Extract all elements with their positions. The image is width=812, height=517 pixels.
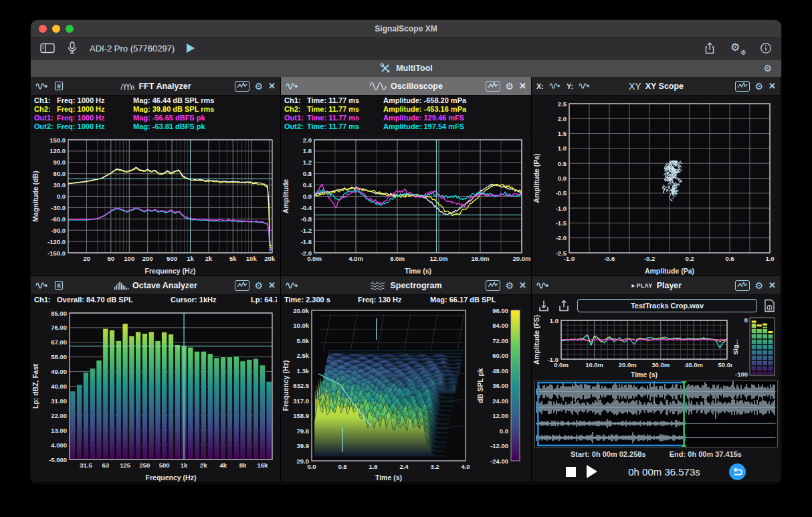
capture-data-icon[interactable] bbox=[54, 81, 64, 91]
start-measurement-button[interactable] bbox=[187, 43, 195, 53]
plot-window-button[interactable] bbox=[235, 280, 249, 291]
spectrogram-panel: Spectrogram ⚙ ✕ Time: 2.300 sFreq: 130 H… bbox=[281, 276, 532, 483]
svg-text:Time (s): Time (s) bbox=[375, 474, 402, 482]
svg-text:1.2: 1.2 bbox=[303, 159, 312, 166]
svg-text:Amplitude (FS): Amplitude (FS) bbox=[532, 315, 540, 365]
loaded-file-name[interactable]: TestTracks Crop.wav bbox=[577, 299, 757, 312]
multitool-settings-gear-icon[interactable]: ⚙ bbox=[763, 64, 772, 73]
plot-window-button[interactable] bbox=[486, 280, 500, 291]
svg-text:2.4: 2.4 bbox=[399, 463, 409, 470]
svg-text:22.00: 22.00 bbox=[51, 412, 67, 419]
panel-settings-gear-icon[interactable]: ⚙ bbox=[506, 281, 514, 290]
spectrogram-plot[interactable]: 20.0k10.0k5.0k2.5k1.3k632.5317.0158.979.… bbox=[281, 306, 531, 482]
loop-button[interactable] bbox=[728, 463, 746, 481]
input-signal-icon[interactable] bbox=[35, 281, 49, 290]
svg-text:10.0k: 10.0k bbox=[293, 322, 309, 329]
svg-text:4.000: 4.000 bbox=[51, 441, 67, 449]
share-icon[interactable] bbox=[704, 41, 716, 55]
svg-text:50: 50 bbox=[107, 255, 114, 262]
svg-text:20.0k: 20.0k bbox=[293, 307, 309, 314]
svg-text:2k: 2k bbox=[200, 461, 207, 469]
fft-analyzer-panel: FFT Analyzer ⚙ ✕ Ch1:Freq: 1000 HzMag: 4… bbox=[31, 77, 281, 276]
panel-close-icon[interactable]: ✕ bbox=[268, 82, 276, 90]
input-signal-icon[interactable] bbox=[35, 82, 49, 91]
svg-text:16.0m: 16.0m bbox=[472, 255, 490, 262]
plot-window-button[interactable] bbox=[235, 81, 249, 92]
panel-settings-gear-icon[interactable]: ⚙ bbox=[255, 82, 264, 91]
traffic-lights bbox=[39, 25, 74, 33]
panel-close-icon[interactable]: ✕ bbox=[268, 281, 276, 290]
window-title: SignalScope XM bbox=[375, 24, 437, 33]
oscilloscope-plot[interactable]: 2.01.61.20.80.40.0-0.4-0.8-1.2-1.6-2.00.… bbox=[281, 133, 531, 276]
waveform-selection-strip[interactable] bbox=[534, 381, 778, 447]
svg-text:1.0: 1.0 bbox=[550, 317, 559, 324]
capture-data-icon[interactable] bbox=[54, 280, 64, 290]
svg-text:-1.2: -1.2 bbox=[301, 227, 312, 234]
svg-text:-12.00: -12.00 bbox=[490, 442, 508, 449]
stop-button[interactable] bbox=[566, 467, 576, 477]
panel-settings-gear-icon[interactable]: ⚙ bbox=[755, 281, 764, 290]
fft-analyzer-header[interactable]: FFT Analyzer ⚙ ✕ bbox=[31, 77, 280, 96]
input-signal-icon[interactable] bbox=[536, 281, 550, 290]
input-signal-icon[interactable] bbox=[286, 82, 299, 91]
tools-settings-icon[interactable]: ⚙⚙ bbox=[730, 42, 745, 54]
import-file-icon[interactable] bbox=[537, 299, 550, 313]
main-toolbar: ADI-2 Pro (57760297) ⚙⚙ bbox=[31, 37, 781, 60]
panel-close-icon[interactable]: ✕ bbox=[519, 281, 526, 290]
export-file-icon[interactable] bbox=[557, 299, 571, 313]
svg-text:1.0: 1.0 bbox=[558, 144, 567, 152]
device-selector[interactable]: ADI-2 Pro (57760297) bbox=[90, 43, 175, 54]
info-icon[interactable] bbox=[760, 42, 772, 54]
svg-text:500: 500 bbox=[167, 255, 177, 262]
xy-scope-header[interactable]: X: Y: XY XY Scope ⚙ ✕ bbox=[532, 77, 781, 96]
svg-text:49.00: 49.00 bbox=[51, 368, 67, 375]
panel-close-icon[interactable]: ✕ bbox=[769, 82, 776, 90]
panel-close-icon[interactable]: ✕ bbox=[769, 281, 776, 290]
panel-close-icon[interactable]: ✕ bbox=[519, 82, 526, 90]
svg-text:76.00: 76.00 bbox=[51, 324, 67, 331]
plot-window-button[interactable] bbox=[486, 81, 500, 92]
plot-window-button[interactable] bbox=[735, 280, 750, 291]
microphone-icon[interactable] bbox=[67, 41, 78, 55]
svg-text:0.0: 0.0 bbox=[57, 193, 66, 200]
svg-text:72.00: 72.00 bbox=[492, 337, 508, 344]
play-button[interactable] bbox=[587, 465, 597, 478]
svg-text:8k: 8k bbox=[239, 461, 247, 469]
zoom-window-button[interactable] bbox=[66, 25, 74, 33]
input-signal-icon[interactable] bbox=[286, 281, 299, 290]
fft-plot[interactable]: 150.0120.090.060.030.00.0-30.0-60.0-90.0… bbox=[31, 133, 280, 276]
panel-settings-gear-icon[interactable]: ⚙ bbox=[255, 281, 264, 290]
svg-text:4.0: 4.0 bbox=[461, 463, 470, 470]
svg-text:20: 20 bbox=[83, 255, 90, 262]
minimize-window-button[interactable] bbox=[52, 25, 60, 33]
svg-text:50.0m: 50.0m bbox=[718, 361, 732, 369]
playback-position: 0h 00m 36.573s bbox=[628, 466, 700, 478]
title-bar[interactable]: SignalScope XM bbox=[31, 20, 781, 37]
player-overview-plot[interactable]: 1.0-1.00.0m10.0m20.0m30.0m40.0m50.0mTime… bbox=[532, 315, 732, 379]
octave-plot[interactable]: 85.0076.0067.0058.0049.0040.0031.0022.00… bbox=[31, 306, 280, 482]
svg-text:100: 100 bbox=[124, 255, 134, 262]
svg-text:-24.00: -24.00 bbox=[490, 457, 508, 465]
y-input-signal-icon[interactable] bbox=[579, 82, 591, 90]
panel-settings-gear-icon[interactable]: ⚙ bbox=[755, 82, 764, 91]
panel-settings-gear-icon[interactable]: ⚙ bbox=[506, 82, 514, 91]
plot-window-button[interactable] bbox=[735, 81, 750, 92]
xy-plot[interactable]: 2.52.01.51.00.50.0-0.5-1.0-1.5-2.0-2.5-1… bbox=[532, 96, 781, 276]
sidebar-toggle-icon[interactable] bbox=[40, 43, 55, 54]
svg-text:24.00: 24.00 bbox=[492, 397, 508, 405]
panel-title: FFT Analyzer bbox=[120, 82, 191, 91]
spectrogram-header[interactable]: Spectrogram ⚙ ✕ bbox=[281, 276, 531, 295]
svg-text:0.0m: 0.0m bbox=[307, 255, 322, 262]
xy-glyph-icon: XY bbox=[629, 81, 641, 92]
svg-text:10k: 10k bbox=[246, 255, 258, 262]
close-window-button[interactable] bbox=[39, 25, 47, 33]
svg-text:1.6: 1.6 bbox=[369, 463, 377, 470]
octave-analyzer-header[interactable]: Octave Analyzer ⚙ ✕ bbox=[31, 276, 280, 295]
svg-text:Amplitude (Pa): Amplitude (Pa) bbox=[532, 153, 540, 203]
spectrogram-glyph-icon bbox=[370, 281, 386, 290]
x-input-signal-icon[interactable] bbox=[549, 82, 561, 90]
svg-text:58.00: 58.00 bbox=[51, 353, 67, 360]
oscilloscope-header[interactable]: Oscilloscope ⚙ ✕ bbox=[281, 77, 531, 96]
player-header[interactable]: ►PLAY Player ⚙ ✕ bbox=[532, 276, 781, 295]
file-info-icon[interactable] bbox=[764, 299, 775, 312]
